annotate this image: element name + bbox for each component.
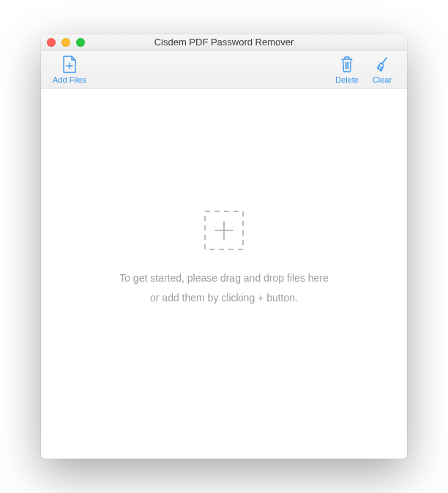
minimize-icon[interactable] (61, 38, 70, 47)
drop-plus-icon[interactable] (204, 210, 244, 251)
add-files-label: Add Files (53, 75, 86, 84)
window-title: Cisdem PDF Password Remover (41, 37, 407, 48)
drop-zone[interactable]: To get started, please drag and drop fil… (119, 210, 329, 307)
broom-icon (373, 55, 391, 74)
zoom-icon[interactable] (76, 38, 85, 47)
clear-button[interactable]: Clear (365, 53, 400, 86)
drop-hint: To get started, please drag and drop fil… (119, 268, 329, 307)
drop-hint-line1: To get started, please drag and drop fil… (119, 268, 329, 288)
traffic-lights (47, 38, 85, 47)
titlebar[interactable]: Cisdem PDF Password Remover (41, 34, 407, 50)
content-area[interactable]: To get started, please drag and drop fil… (41, 89, 407, 459)
toolbar: Add Files Delete (41, 50, 407, 89)
clear-label: Clear (373, 75, 392, 84)
close-icon[interactable] (47, 38, 56, 47)
add-file-icon (62, 55, 77, 74)
delete-button[interactable]: Delete (329, 53, 365, 86)
trash-icon (340, 55, 354, 74)
add-files-button[interactable]: Add Files (48, 53, 91, 86)
delete-label: Delete (335, 75, 359, 84)
app-window: Cisdem PDF Password Remover Add Files (41, 34, 407, 459)
drop-hint-line2: or add them by clicking + button. (119, 288, 329, 308)
